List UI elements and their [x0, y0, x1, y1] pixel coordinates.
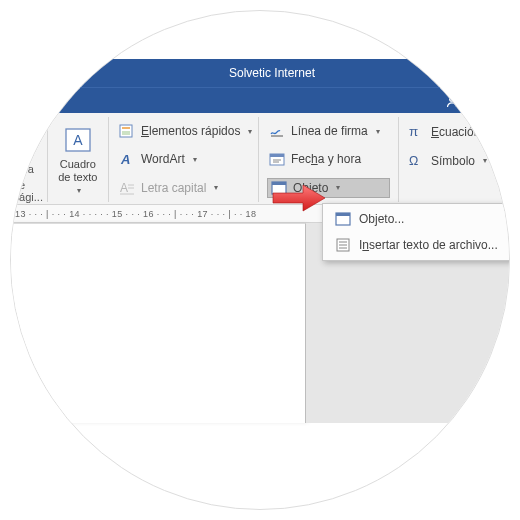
chevron-down-icon: ▾ — [193, 155, 197, 164]
quick-parts-icon — [119, 123, 135, 139]
dropdown-item-label: Objeto... — [359, 212, 404, 226]
text-subgroup: Elementos rápidos ▾ A WordArt ▾ A Letra … — [109, 117, 259, 202]
symbol-label: Símbolo — [431, 154, 475, 168]
svg-text:A: A — [120, 152, 130, 167]
share-label[interactable]: Compa — [463, 93, 505, 108]
ribbon: gina de pági... A Cuadro de texto ▾ — [11, 113, 509, 205]
datetime-button[interactable]: Fecha y hora — [267, 149, 390, 169]
textbox-label: Cuadro de texto — [56, 158, 100, 183]
document-title: Solvetic Internet — [11, 66, 433, 80]
equation-label: Ecuación — [431, 125, 480, 139]
textbox-icon: A — [62, 124, 94, 156]
chevron-down-icon: ▾ — [77, 186, 81, 195]
chevron-down-icon: ▾ — [376, 127, 380, 136]
equation-icon: π — [409, 124, 425, 140]
symbols-group: π Ecuación ▾ Ω Símbolo ▾ — [399, 117, 509, 202]
quick-parts-button[interactable]: Elementos rápidos ▾ — [117, 121, 250, 141]
ruler-numbers: 13 · · · | · · · 14 · · · · · 15 · · · 1… — [15, 209, 256, 219]
textbox-group[interactable]: A Cuadro de texto ▾ — [48, 117, 109, 202]
symbol-button[interactable]: Ω Símbolo ▾ — [407, 151, 501, 171]
chevron-down-icon: ▾ — [214, 183, 218, 192]
symbol-icon: Ω — [409, 153, 425, 169]
svg-text:π: π — [409, 124, 418, 139]
quick-parts-label: Elementos rápidos — [141, 124, 240, 138]
svg-rect-1 — [451, 67, 465, 70]
dropcap-button: A Letra capital ▾ — [117, 178, 250, 198]
object-icon — [335, 211, 351, 227]
wordart-label: WordArt — [141, 152, 185, 166]
svg-text:Ω: Ω — [409, 154, 418, 168]
share-bar: Compa — [11, 87, 509, 113]
ribbon-display-options-icon[interactable] — [451, 66, 465, 80]
svg-rect-0 — [451, 67, 465, 79]
datetime-label: Fecha y hora — [291, 152, 361, 166]
chevron-down-icon: ▾ — [248, 127, 252, 136]
object-dropdown: Objeto... Insertar texto de archivo... — [322, 203, 510, 261]
page-canvas[interactable] — [11, 223, 306, 423]
svg-text:A: A — [73, 132, 83, 148]
dropdown-item-text-from-file[interactable]: Insertar texto de archivo... — [323, 232, 510, 258]
wordart-button[interactable]: A WordArt ▾ — [117, 149, 250, 169]
share-person-icon — [445, 94, 459, 108]
wordart-icon: A — [119, 151, 135, 167]
page-number-group-partial: gina de pági... — [11, 117, 48, 202]
circular-crop: Solvetic Internet Compa gina de pági... — [10, 10, 510, 510]
partial-label-top: gina — [13, 163, 39, 175]
partial-label-bottom: de pági... — [13, 179, 39, 203]
dropdown-item-object[interactable]: Objeto... — [323, 206, 510, 232]
svg-rect-16 — [270, 154, 284, 157]
minimize-icon[interactable] — [483, 66, 497, 80]
dropdown-item-label: Insertar texto de archivo... — [359, 238, 498, 252]
dropcap-label: Letra capital — [141, 181, 206, 195]
titlebar: Solvetic Internet — [11, 59, 509, 87]
svg-rect-7 — [122, 127, 130, 129]
chevron-down-icon: ▾ — [488, 127, 492, 136]
svg-rect-24 — [336, 213, 350, 216]
signature-line-button[interactable]: Línea de firma ▾ — [267, 121, 390, 141]
svg-rect-8 — [122, 131, 130, 135]
text-file-icon — [335, 237, 351, 253]
svg-text:A: A — [120, 181, 128, 195]
chevron-down-icon: ▾ — [336, 183, 340, 192]
svg-point-3 — [450, 96, 455, 101]
chevron-down-icon: ▾ — [483, 156, 487, 165]
signature-label: Línea de firma — [291, 124, 368, 138]
equation-button[interactable]: π Ecuación ▾ — [407, 122, 501, 142]
signature-icon — [269, 123, 285, 139]
datetime-icon — [269, 151, 285, 167]
dropcap-icon: A — [119, 180, 135, 196]
callout-arrow — [271, 183, 327, 213]
